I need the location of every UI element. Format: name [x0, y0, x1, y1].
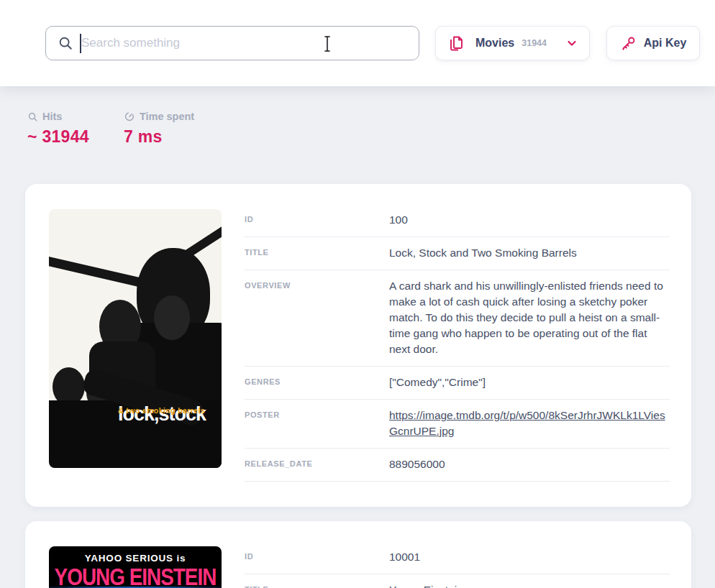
field-value: 100 [389, 212, 670, 228]
poster-tagline-text: YAHOO SERIOUS is [49, 546, 222, 564]
search-stats: Hits ~ 31944 Time spent 7 ms [27, 111, 691, 147]
field-label: ID [245, 549, 389, 565]
hits-label: Hits [42, 111, 62, 122]
field-row-genres: GENRES ["Comedy","Crime"] [245, 367, 670, 400]
poster-title-text: YOUNG EINSTEIN [53, 564, 218, 588]
search-input[interactable] [81, 36, 398, 50]
field-label: RELEASE_DATE [245, 456, 389, 472]
api-key-button[interactable]: Api Key [606, 26, 700, 60]
index-selector-button[interactable]: Movies 31944 [435, 26, 590, 60]
text-caret [80, 34, 81, 53]
field-label: TITLE [245, 582, 389, 588]
result-card: lock,stock & two smoking barrels ID 100 … [25, 184, 691, 507]
field-label: OVERVIEW [245, 278, 389, 357]
field-label: ID [245, 212, 389, 228]
search-icon [58, 35, 73, 51]
results-area: Hits ~ 31944 Time spent 7 ms lock,stock [0, 111, 715, 588]
field-label: TITLE [245, 245, 389, 261]
document-fields: ID 10001 TITLE Young Einstein OVERVIEW A… [245, 546, 670, 588]
field-row-release-date: RELEASE_DATE 889056000 [245, 449, 670, 482]
field-row-id: ID 100 [245, 209, 670, 237]
meilisearch-dashboard: { "colors": { "accent": "#d81b60", "text… [0, 0, 715, 588]
field-row-title: TITLE Young Einstein [245, 574, 670, 588]
poster-url-link[interactable]: https://image.tmdb.org/t/p/w500/8kSerJrh… [389, 409, 665, 437]
field-value: 10001 [389, 549, 670, 565]
time-spent-value: 7 ms [124, 127, 194, 147]
movie-poster-lock-stock: lock,stock & two smoking barrels [49, 209, 222, 468]
field-value: A card shark and his unwillingly-enliste… [389, 278, 670, 357]
hits-value: ~ 31944 [27, 127, 89, 147]
field-row-id: ID 10001 [245, 546, 670, 574]
field-value: Lock, Stock and Two Smoking Barrels [389, 245, 670, 261]
top-bar: Movies 31944 Api Key [0, 0, 715, 86]
result-card: YAHOO SERIOUS is YOUNG EINSTEIN ID 10001… [25, 521, 691, 588]
time-spent-label: Time spent [140, 111, 194, 122]
field-row-title: TITLE Lock, Stock and Two Smoking Barrel… [245, 237, 670, 270]
field-value: 889056000 [389, 456, 670, 472]
magnifier-icon [27, 111, 38, 122]
key-icon [620, 35, 637, 52]
time-spent-stat: Time spent 7 ms [124, 111, 194, 147]
stopwatch-icon [124, 111, 135, 122]
poster-subtitle-text: & two smoking barrels [118, 406, 205, 415]
field-label: POSTER [245, 408, 389, 439]
movie-poster-young-einstein: YAHOO SERIOUS is YOUNG EINSTEIN [49, 546, 222, 588]
index-doc-count: 31944 [522, 38, 547, 48]
field-value: Young Einstein [389, 582, 670, 588]
documents-icon [447, 35, 465, 52]
api-key-label: Api Key [644, 37, 687, 50]
search-input-wrapper[interactable] [45, 26, 419, 60]
field-value: ["Comedy","Crime"] [389, 375, 670, 390]
field-label: GENRES [245, 375, 389, 390]
index-name: Movies [475, 37, 514, 50]
hits-stat: Hits ~ 31944 [27, 111, 89, 147]
document-fields: ID 100 TITLE Lock, Stock and Two Smoking… [245, 209, 670, 482]
chevron-down-icon [566, 37, 578, 49]
field-row-overview: OVERVIEW A card shark and his unwillingl… [245, 270, 670, 367]
field-row-poster-url: POSTER https://image.tmdb.org/t/p/w500/8… [245, 400, 670, 449]
